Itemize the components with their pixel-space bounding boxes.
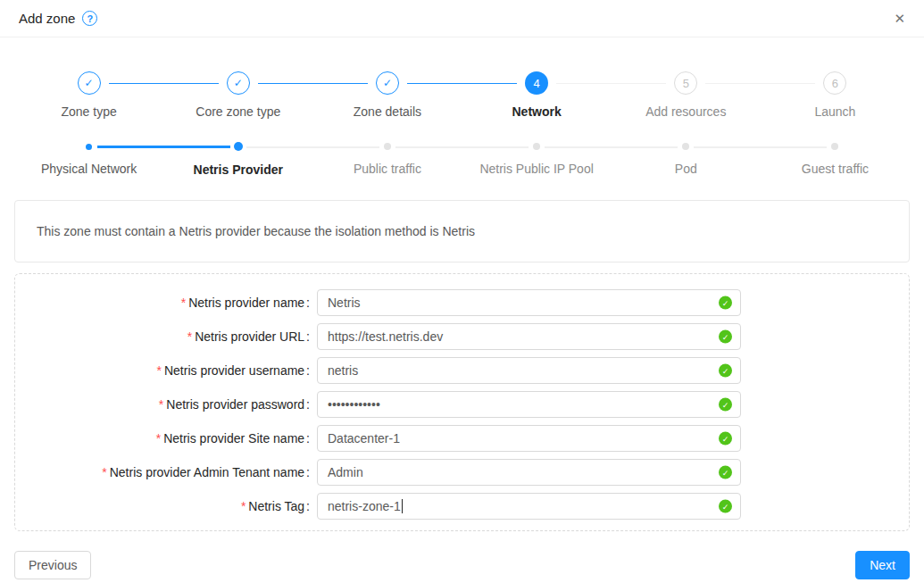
- step-label: Launch: [814, 104, 855, 119]
- substep-label: Pod: [675, 162, 697, 176]
- required-mark: *: [156, 363, 161, 378]
- form-row: *Netris provider URL: https://test.netri…: [15, 323, 909, 350]
- step-dot-icon: [234, 142, 243, 151]
- substep-label: Public traffic: [354, 162, 421, 176]
- field-label: *Netris provider username:: [15, 363, 317, 378]
- input-value: Admin: [328, 465, 363, 479]
- step-network: 4 Network: [462, 71, 612, 119]
- check-icon: ✓: [227, 71, 250, 95]
- question-circle-icon[interactable]: ?: [82, 11, 97, 26]
- step-label: Core zone type: [196, 104, 280, 119]
- substep-public-traffic: Public traffic: [312, 140, 462, 177]
- success-check-icon: ✓: [719, 466, 732, 479]
- step-number: 6: [823, 71, 846, 95]
- required-mark: *: [156, 431, 161, 446]
- input-value: Netris: [328, 296, 361, 310]
- network-substeps: Physical Network Netris Provider Public …: [14, 140, 910, 177]
- step-dot-icon: [384, 143, 391, 150]
- form-row: *Netris provider password: •••••••••••• …: [15, 391, 909, 418]
- success-check-icon: ✓: [719, 398, 732, 412]
- required-mark: *: [102, 465, 106, 479]
- form-row: *Netris Tag: netris-zone-1 ✓: [15, 493, 909, 520]
- step-zone-type: ✓ Zone type: [14, 71, 163, 119]
- step-dot-icon: [831, 143, 838, 150]
- step-launch: 6 Launch: [761, 71, 910, 119]
- step-label: Add resources: [645, 104, 726, 119]
- step-add-resources: 5 Add resources: [612, 71, 761, 119]
- netris-tag-input[interactable]: netris-zone-1 ✓: [317, 493, 741, 520]
- substep-label: Guest traffic: [802, 162, 869, 176]
- substep-netris-public-ip-pool: Netris Public IP Pool: [462, 140, 612, 177]
- step-zone-details: ✓ Zone details: [312, 71, 462, 119]
- step-label: Zone type: [61, 104, 116, 119]
- step-number: 5: [674, 71, 697, 95]
- substep-physical-network: Physical Network: [14, 140, 163, 177]
- netris-provider-password-input[interactable]: •••••••••••• ✓: [317, 391, 741, 418]
- netris-provider-url-input[interactable]: https://test.netris.dev ✓: [317, 323, 741, 350]
- info-banner-text: This zone must contain a Netris provider…: [37, 224, 475, 238]
- form-row: *Netris provider name: Netris ✓: [15, 289, 909, 316]
- previous-button[interactable]: Previous: [14, 551, 91, 579]
- netris-provider-username-input[interactable]: netris ✓: [317, 357, 741, 384]
- substep-guest-traffic: Guest traffic: [761, 140, 910, 177]
- success-check-icon: ✓: [719, 500, 732, 513]
- field-label: *Netris provider name:: [15, 296, 317, 310]
- success-check-icon: ✓: [719, 364, 732, 378]
- form-row: *Netris provider Site name: Datacenter-1…: [15, 425, 909, 452]
- step-label: Zone details: [354, 104, 421, 119]
- step-dot-icon: [533, 143, 540, 150]
- step-label: Network: [512, 104, 561, 119]
- required-mark: *: [159, 397, 163, 412]
- next-button[interactable]: Next: [855, 551, 910, 579]
- dialog-body: ✓ Zone type ✓ Core zone type ✓ Zone deta…: [0, 71, 924, 579]
- step-dot-icon: [86, 144, 92, 150]
- form-row: *Netris provider Admin Tenant name: Admi…: [15, 459, 909, 486]
- field-label: *Netris provider Admin Tenant name:: [15, 465, 317, 479]
- input-value: netris-zone-1: [328, 499, 401, 513]
- wizard-steps: ✓ Zone type ✓ Core zone type ✓ Zone deta…: [14, 71, 910, 119]
- success-check-icon: ✓: [719, 296, 732, 310]
- substep-label: Physical Network: [41, 162, 137, 176]
- input-value: netris: [328, 363, 358, 378]
- required-mark: *: [181, 296, 186, 310]
- substep-netris-provider: Netris Provider: [163, 140, 312, 177]
- netris-provider-name-input[interactable]: Netris ✓: [317, 289, 741, 316]
- input-value: Datacenter-1: [328, 431, 400, 446]
- required-mark: *: [241, 499, 246, 513]
- step-dot-icon: [682, 143, 689, 150]
- required-mark: *: [187, 329, 192, 344]
- field-label: *Netris provider password:: [15, 397, 317, 412]
- success-check-icon: ✓: [719, 330, 732, 344]
- form-row: *Netris provider username: netris ✓: [15, 357, 909, 384]
- input-value: https://test.netris.dev: [328, 329, 443, 344]
- field-label: *Netris provider URL:: [15, 329, 317, 344]
- input-value: ••••••••••••: [328, 397, 380, 412]
- check-icon: ✓: [376, 71, 399, 95]
- dialog-footer: Previous Next: [14, 551, 910, 579]
- dialog-header: Add zone ? ✕: [0, 0, 924, 37]
- substep-label: Netris Public IP Pool: [479, 162, 593, 176]
- dialog-title: Add zone: [19, 11, 75, 26]
- netris-provider-form: *Netris provider name: Netris ✓ *Netris …: [14, 273, 910, 531]
- success-check-icon: ✓: [719, 432, 732, 446]
- check-icon: ✓: [78, 71, 101, 95]
- text-cursor: [402, 499, 403, 513]
- netris-provider-admin-tenant-name-input[interactable]: Admin ✓: [317, 459, 741, 486]
- info-banner: This zone must contain a Netris provider…: [14, 200, 910, 262]
- close-icon[interactable]: ✕: [894, 12, 905, 25]
- netris-provider-site-name-input[interactable]: Datacenter-1 ✓: [317, 425, 741, 452]
- field-label: *Netris Tag:: [15, 499, 317, 513]
- step-number: 4: [525, 71, 548, 95]
- substep-label: Netris Provider: [194, 162, 283, 177]
- step-core-zone-type: ✓ Core zone type: [163, 71, 312, 119]
- substep-pod: Pod: [612, 140, 761, 177]
- field-label: *Netris provider Site name:: [15, 431, 317, 446]
